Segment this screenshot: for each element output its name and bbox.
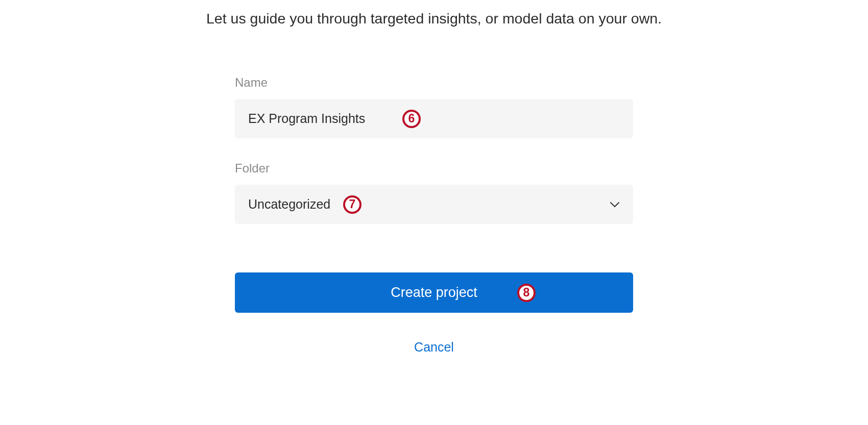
- name-field-group: Name 6: [235, 76, 633, 138]
- page-heading: Let us guide you through targeted insigh…: [0, 10, 868, 27]
- create-project-label: Create project: [391, 285, 477, 300]
- name-label: Name: [235, 76, 633, 90]
- folder-select-value: Uncategorized: [248, 197, 330, 212]
- annotation-badge-8: 8: [517, 284, 536, 302]
- cancel-button[interactable]: Cancel: [235, 336, 633, 359]
- name-input[interactable]: [235, 99, 633, 138]
- folder-field-group: Folder Uncategorized 7: [235, 161, 633, 224]
- form-wrapper: Name 6 Folder Uncategorized 7 Create pro…: [235, 76, 633, 359]
- folder-select[interactable]: Uncategorized 7: [235, 185, 633, 224]
- annotation-badge-7: 7: [343, 195, 361, 214]
- form-container: Let us guide you through targeted insigh…: [0, 0, 868, 359]
- folder-label: Folder: [235, 161, 633, 176]
- button-group: Create project 8 Cancel: [235, 272, 633, 359]
- create-project-button[interactable]: Create project 8: [235, 272, 633, 313]
- chevron-down-icon: [610, 199, 620, 210]
